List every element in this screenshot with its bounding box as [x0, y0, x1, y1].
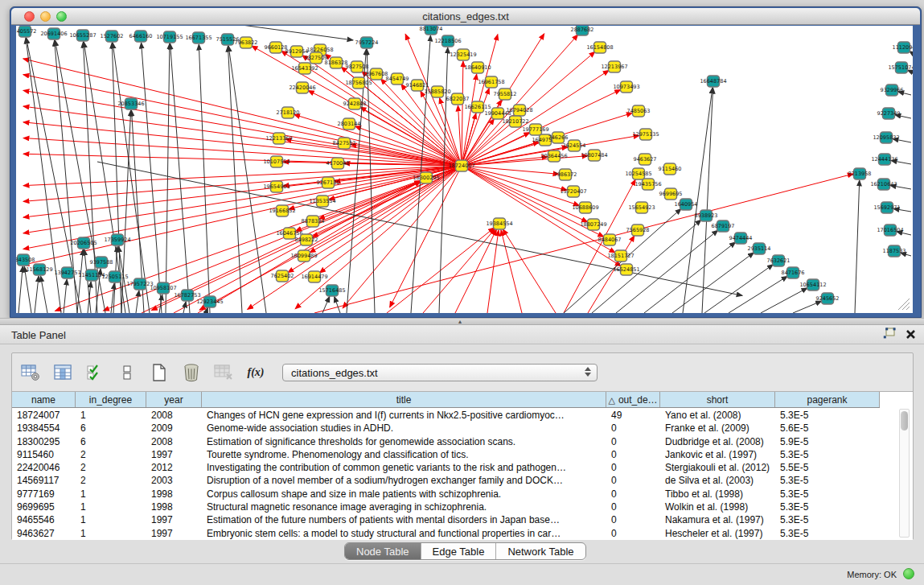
network-edge[interactable]	[390, 166, 462, 307]
table-cell[interactable]: 5.3E-5	[775, 409, 880, 422]
network-edge[interactable]	[23, 166, 462, 249]
window-titlebar[interactable]: citations_edges.txt	[11, 8, 920, 25]
table-cell[interactable]: Disruption of a novel member of a sodium…	[202, 474, 606, 487]
column-header-year[interactable]: year	[146, 392, 202, 407]
table-cell[interactable]: Genome-wide association studies in ADHD.	[202, 422, 606, 435]
table-cell[interactable]: 19384554	[12, 422, 76, 435]
select-attributes-icon[interactable]	[84, 363, 105, 382]
table-row[interactable]: 977716911998Corpus callosum shape and si…	[12, 488, 913, 501]
table-cell[interactable]: 9463627	[12, 527, 76, 540]
table-row[interactable]: 1938455462009Genome-wide association stu…	[12, 422, 913, 435]
network-edge[interactable]	[322, 296, 330, 313]
divider-collapse-handle[interactable]: ▴	[458, 319, 462, 325]
table-cell[interactable]: 5.3E-5	[775, 474, 880, 487]
column-header-pagerank[interactable]: pagerank	[775, 392, 880, 407]
table-cell[interactable]: Nakamura et al. (1997)	[660, 513, 775, 526]
table-cell[interactable]: 0	[606, 474, 660, 487]
network-edge[interactable]	[294, 114, 462, 166]
network-edge[interactable]	[206, 308, 207, 313]
table-settings-icon[interactable]	[20, 363, 41, 382]
table-cell[interactable]: 0	[606, 513, 660, 526]
scrollbar-thumb[interactable]	[901, 411, 908, 431]
memory-ok-indicator[interactable]	[903, 568, 914, 579]
network-edge[interactable]	[462, 156, 588, 166]
tab-network-table[interactable]: Network Table	[496, 543, 585, 559]
split-pane-divider[interactable]: ▴	[0, 318, 924, 325]
table-cell[interactable]: 2	[76, 448, 146, 461]
column-header-name[interactable]: name	[12, 392, 76, 407]
table-row[interactable]: 946554611997Estimation of the future num…	[12, 513, 913, 526]
table-cell[interactable]: 1997	[146, 448, 202, 461]
network-edge[interactable]	[35, 276, 39, 313]
network-edge[interactable]	[166, 43, 170, 313]
float-panel-icon[interactable]	[883, 328, 896, 343]
column-header-out-degree[interactable]: △out_de…	[606, 392, 660, 407]
table-row[interactable]: 1456911722003Disruption of a novel membe…	[12, 474, 913, 487]
table-cell[interactable]: Stergiakouli et al. (2012)	[660, 461, 775, 474]
table-cell[interactable]: 1998	[146, 501, 202, 513]
table-cell[interactable]: 18724007	[12, 409, 76, 422]
network-edge[interactable]	[855, 180, 860, 313]
table-cell[interactable]: 1	[76, 409, 146, 422]
network-edge[interactable]	[503, 229, 556, 313]
tab-edge-table[interactable]: Edge Table	[421, 543, 497, 559]
table-cell[interactable]: 5.3E-5	[775, 527, 880, 540]
network-edge[interactable]	[24, 266, 31, 313]
network-edge[interactable]	[462, 35, 578, 166]
table-cell[interactable]: 0	[606, 448, 660, 461]
table-source-dropdown[interactable]: citations_edges.txt	[282, 364, 598, 381]
table-cell[interactable]: Corpus callosum shape and size in male p…	[202, 488, 606, 501]
table-cell[interactable]: Dudbridge et al. (2008)	[660, 435, 775, 448]
table-cell[interactable]: 1	[76, 488, 146, 501]
table-cell[interactable]: Estimation of significance thresholds fo…	[202, 435, 606, 448]
network-edge[interactable]	[704, 265, 773, 313]
table-cell[interactable]: 2	[76, 474, 146, 487]
column-header-short[interactable]: short	[660, 392, 775, 407]
table-cell[interactable]: 9465546	[12, 513, 76, 526]
table-cell[interactable]: 2008	[146, 435, 202, 448]
table-cell[interactable]: 6	[76, 435, 146, 448]
network-edge[interactable]	[199, 44, 210, 313]
table-row[interactable]: 1830029562008Estimation of significance …	[12, 435, 913, 448]
function-builder-icon[interactable]: f(x)	[245, 363, 266, 382]
show-columns-icon[interactable]	[52, 363, 73, 382]
table-cell[interactable]: 6	[76, 422, 146, 435]
table-cell[interactable]: 1998	[146, 488, 202, 501]
table-cell[interactable]: Hescheler et al. (1997)	[660, 527, 775, 540]
network-edge[interactable]	[462, 166, 567, 190]
table-cell[interactable]: 5.3E-5	[775, 501, 880, 513]
table-row[interactable]: 946362711997Embryonic stem cells: a mode…	[12, 527, 913, 540]
network-edge[interactable]	[367, 49, 375, 313]
table-cell[interactable]: 1	[76, 501, 146, 513]
table-cell[interactable]: 5.6E-5	[775, 422, 880, 435]
table-cell[interactable]: 9115460	[12, 448, 76, 461]
table-cell[interactable]: 1997	[146, 513, 202, 526]
table-cell[interactable]: 22420046	[12, 461, 76, 474]
network-edge[interactable]	[77, 249, 83, 313]
table-cell[interactable]: 0	[606, 435, 660, 448]
table-cell[interactable]: 2	[76, 461, 146, 474]
table-cell[interactable]: Investigating the contribution of common…	[202, 461, 606, 474]
table-cell[interactable]: Jankovic et al. (1997)	[660, 448, 775, 461]
table-cell[interactable]: 2008	[146, 409, 202, 422]
network-edge[interactable]	[335, 297, 340, 313]
network-edge[interactable]	[136, 290, 139, 313]
network-edge[interactable]	[174, 181, 421, 313]
delete-attribute-icon[interactable]	[181, 363, 202, 382]
network-edge[interactable]	[40, 276, 47, 313]
table-cell[interactable]: 14569117	[12, 474, 76, 487]
table-cell[interactable]: Estimation of the future numbers of pati…	[202, 513, 606, 526]
network-canvas[interactable]: 1872400724055722069140610655287152760264…	[16, 26, 913, 313]
table-cell[interactable]: Wolkin et al. (1998)	[660, 501, 775, 513]
table-cell[interactable]: 9777169	[12, 488, 76, 501]
close-panel-icon[interactable]	[906, 328, 916, 343]
table-row[interactable]: 2242004622012Investigating the contribut…	[12, 461, 913, 474]
table-cell[interactable]: 1	[76, 527, 146, 540]
table-cell[interactable]: 0	[606, 501, 660, 513]
network-edge[interactable]	[793, 301, 822, 313]
table-cell[interactable]: 0	[606, 488, 660, 501]
table-cell[interactable]: 2009	[146, 422, 202, 435]
network-edge[interactable]	[228, 46, 242, 313]
table-cell[interactable]: 2003	[146, 474, 202, 487]
table-cell[interactable]: Tourette syndrome. Phenomenology and cla…	[202, 448, 606, 461]
